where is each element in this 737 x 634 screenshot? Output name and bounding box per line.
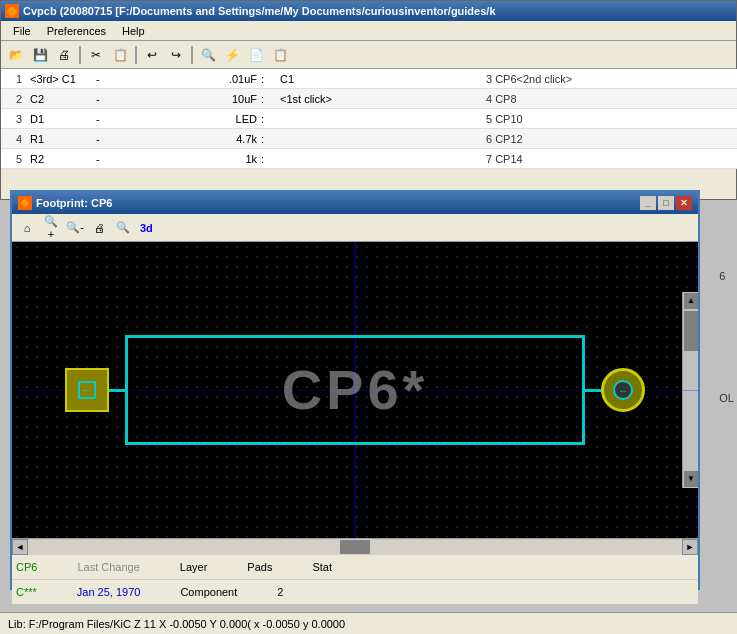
right-pad-assembly: ←	[585, 368, 645, 412]
row-ref: R2	[26, 153, 96, 165]
doc2-button[interactable]: 📋	[269, 44, 291, 66]
undo-button[interactable]: ↩	[141, 44, 163, 66]
close-button[interactable]: ✕	[676, 196, 692, 210]
fp-titlebar: 🔶 Footprint: CP6 _ □ ✕	[12, 192, 698, 214]
scroll-thumb[interactable]	[684, 311, 698, 351]
hscroll-right-button[interactable]: ►	[682, 539, 698, 555]
row-val: .01uF	[111, 73, 261, 85]
fp-status-row2: C*** Jan 25, 1970 Component 2	[12, 580, 698, 604]
right-panel-text: 6 OL	[719, 270, 734, 404]
table-row[interactable]: 4 R1 - 4.7k : 6 CP12	[1, 129, 737, 149]
scroll-down-button[interactable]: ▼	[684, 471, 698, 487]
row-ref: <3rd> C1	[26, 73, 96, 85]
maximize-button[interactable]: □	[658, 196, 674, 210]
fp-title-left: 🔶 Footprint: CP6	[18, 196, 112, 210]
fp-titlebar-buttons: _ □ ✕	[640, 196, 692, 210]
table-row[interactable]: 3 D1 - LED : 5 CP10	[1, 109, 737, 129]
left-arrow-icon: ←	[81, 383, 93, 397]
fp-window-title: Footprint: CP6	[36, 197, 112, 209]
redo-button[interactable]: ↪	[165, 44, 187, 66]
fp-window-icon: 🔶	[18, 196, 32, 210]
print-button[interactable]: 🖨	[53, 44, 75, 66]
right-arrow-icon: ←	[618, 385, 628, 396]
fp-toolbar: ⌂ 🔍+ 🔍- 🖨 🔍 3d	[12, 214, 698, 242]
fp-ref-label: CP6	[16, 561, 37, 573]
fp-zoom-in-button[interactable]: 🔍+	[40, 217, 62, 239]
table-row[interactable]: 2 C2 - 10uF : <1st click> 4 CP8	[1, 89, 737, 109]
component-label: CP6*	[128, 338, 582, 442]
main-window: 🔶 Cvpcb (20080715 [F:/Documents and Sett…	[0, 0, 737, 200]
main-window-title: Cvpcb (20080715 [F:/Documents and Settin…	[23, 5, 496, 17]
open-button[interactable]: 📂	[5, 44, 27, 66]
right-pad-inner: ←	[613, 380, 633, 400]
row-dash: -	[96, 73, 111, 85]
doc-button[interactable]: 📄	[245, 44, 267, 66]
fp-print-button[interactable]: 🖨	[88, 217, 110, 239]
main-toolbar: 📂 💾 🖨 ✂ 📋 ↩ ↪ 🔍 ⚡ 📄 📋	[1, 41, 736, 69]
row-ref: D1	[26, 113, 96, 125]
row-num: 2	[1, 93, 26, 105]
row-dash: -	[96, 133, 111, 145]
menu-preferences[interactable]: Preferences	[39, 23, 114, 39]
hscroll-left-button[interactable]: ◄	[12, 539, 28, 555]
table-row[interactable]: 1 <3rd> C1 - .01uF : C1 3 CP6<2nd click>	[1, 69, 737, 89]
cut-button[interactable]: ✂	[85, 44, 107, 66]
fp-layer-val: Component	[180, 586, 237, 598]
row-dash: -	[96, 93, 111, 105]
component-body: ← CP6* ←	[125, 335, 585, 445]
main-menubar: File Preferences Help	[1, 21, 736, 41]
row-colon: :	[261, 73, 276, 85]
fp-canvas[interactable]: ← CP6* ← ▲ ▼	[12, 242, 698, 538]
toolbar-separator	[79, 46, 81, 64]
fp-date-label: Jan 25, 1970	[77, 586, 141, 598]
copy-button[interactable]: 📋	[109, 44, 131, 66]
fp-horizontal-scrollbar[interactable]: ◄ ►	[12, 538, 698, 554]
table-row[interactable]: 5 R2 - 1k : 7 CP14	[1, 149, 737, 169]
toolbar-separator-3	[191, 46, 193, 64]
row-dash: -	[96, 113, 111, 125]
hscroll-track	[28, 539, 682, 555]
fp-3d-button[interactable]: 3d	[136, 220, 157, 236]
row-right: 3 CP6<2nd click>	[476, 73, 737, 85]
save-button[interactable]: 💾	[29, 44, 51, 66]
minimize-button[interactable]: _	[640, 196, 656, 210]
row-colon: :	[261, 153, 276, 165]
row-right: 5 CP10	[476, 113, 737, 125]
row-right: 7 CP14	[476, 153, 737, 165]
component-table: 1 <3rd> C1 - .01uF : C1 3 CP6<2nd click>…	[1, 69, 737, 169]
fp-ref2-label: C***	[16, 586, 37, 598]
zoom-button[interactable]: 🔍	[197, 44, 219, 66]
footprint-window: 🔶 Footprint: CP6 _ □ ✕ ⌂ 🔍+ 🔍- 🖨 🔍 3d ←	[10, 190, 700, 590]
row-ref: C2	[26, 93, 96, 105]
main-window-icon: 🔶	[5, 4, 19, 18]
toolbar-separator-2	[135, 46, 137, 64]
row-right: 4 CP8	[476, 93, 737, 105]
hscroll-thumb[interactable]	[340, 540, 370, 554]
fp-zoom-out-button[interactable]: 🔍-	[64, 217, 86, 239]
statusbar-coords: Lib: F:/Program Files/KiC Z 11 X -0.0050…	[8, 618, 345, 630]
scroll-up-button[interactable]: ▲	[684, 293, 698, 309]
row-num: 1	[1, 73, 26, 85]
row-ref: R1	[26, 133, 96, 145]
fp-status-bar: CP6 Last Change Layer Pads Stat C*** Jan…	[12, 554, 698, 604]
row-footprint: C1	[276, 73, 476, 85]
fp-last-change-label: Last Change	[77, 561, 139, 573]
menu-file[interactable]: File	[5, 23, 39, 39]
component-rectangle: CP6*	[125, 335, 585, 445]
left-pad-assembly: ←	[65, 368, 125, 412]
menu-help[interactable]: Help	[114, 23, 153, 39]
fp-search-button[interactable]: 🔍	[112, 217, 134, 239]
left-pad-inner: ←	[78, 381, 96, 399]
main-statusbar: Lib: F:/Program Files/KiC Z 11 X -0.0050…	[0, 612, 737, 634]
row-val: 4.7k	[111, 133, 261, 145]
right-lead	[585, 389, 601, 392]
row-val: 10uF	[111, 93, 261, 105]
row-val: 1k	[111, 153, 261, 165]
row-dash: -	[96, 153, 111, 165]
fp-home-button[interactable]: ⌂	[16, 217, 38, 239]
row-footprint: <1st click>	[276, 93, 476, 105]
row-colon: :	[261, 93, 276, 105]
left-lead	[109, 389, 125, 392]
row-val: LED	[111, 113, 261, 125]
run-button[interactable]: ⚡	[221, 44, 243, 66]
